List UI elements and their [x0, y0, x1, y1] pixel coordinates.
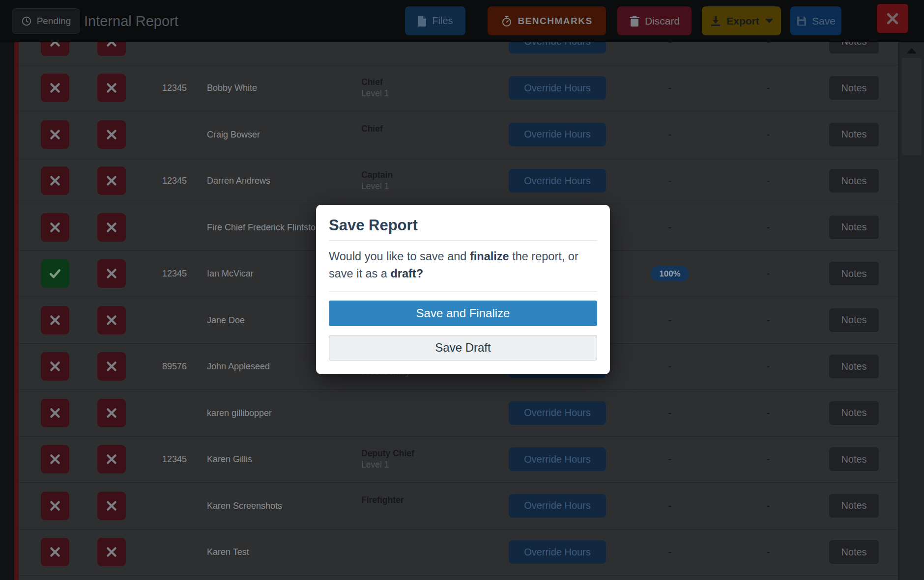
save-draft-button[interactable]: Save Draft: [329, 335, 597, 360]
notes-button[interactable]: Notes: [829, 494, 879, 518]
notes-button[interactable]: Notes: [829, 401, 879, 425]
empty-value-cell: -: [749, 269, 788, 279]
reject-button[interactable]: [97, 399, 126, 427]
x-icon: [49, 499, 61, 512]
table-row: Craig Bowser Chief Override Hours - - No…: [19, 111, 898, 158]
empty-value-dash: -: [668, 500, 671, 511]
employee-name: Karen Test: [207, 547, 249, 557]
reject-button[interactable]: [97, 538, 126, 566]
approve-button[interactable]: [41, 166, 69, 195]
employee-name: Ian McVicar: [207, 269, 254, 279]
table-row: Karen Test Override Hours - - Notes: [19, 529, 898, 576]
close-icon: [885, 11, 900, 26]
files-button[interactable]: Files: [405, 6, 465, 35]
notes-button[interactable]: Notes: [829, 308, 879, 332]
employee-rank: Captain Level 1: [361, 169, 393, 192]
override-hours-button[interactable]: Override Hours: [509, 169, 606, 193]
override-hours-button[interactable]: Override Hours: [509, 401, 606, 425]
x-icon: [49, 360, 61, 373]
rank-title: Chief: [361, 77, 389, 88]
approve-button[interactable]: [41, 352, 69, 381]
save-button[interactable]: Save: [790, 6, 841, 35]
approve-button[interactable]: [41, 306, 69, 334]
scrollbar-thumb[interactable]: [902, 58, 922, 155]
scrollbar[interactable]: [898, 42, 924, 580]
notes-button[interactable]: Notes: [829, 123, 879, 146]
discard-button[interactable]: Discard: [617, 6, 692, 35]
rank-level: [361, 506, 404, 517]
override-hours-button[interactable]: Override Hours: [509, 76, 606, 100]
empty-value-dash: -: [767, 129, 770, 139]
progress-cell: -: [645, 176, 694, 186]
export-button-label: Export: [726, 15, 759, 27]
benchmarks-button[interactable]: BENCHMARKS: [488, 6, 606, 35]
approve-button[interactable]: [41, 74, 69, 102]
stopwatch-icon: [501, 15, 513, 27]
reject-button[interactable]: [97, 166, 126, 195]
approve-button[interactable]: [41, 213, 69, 242]
close-button[interactable]: [877, 4, 908, 33]
override-hours-button[interactable]: Override Hours: [509, 494, 606, 518]
modal-divider: [329, 240, 597, 241]
x-icon: [49, 82, 61, 94]
scroll-up-button[interactable]: [899, 44, 924, 57]
override-hours-button[interactable]: Override Hours: [509, 123, 606, 146]
approve-button[interactable]: [41, 492, 69, 520]
approve-button[interactable]: [41, 259, 69, 288]
approve-button[interactable]: [41, 445, 69, 473]
save-button-label: Save: [812, 15, 836, 27]
export-button[interactable]: Export: [702, 6, 781, 35]
progress-cell: -: [645, 361, 694, 372]
approve-button[interactable]: [41, 538, 69, 566]
files-button-label: Files: [432, 15, 453, 27]
employee-name: Karen Gillis: [207, 454, 252, 465]
save-finalize-button[interactable]: Save and Finalize: [329, 301, 597, 326]
employee-name: Fire Chief Frederick Flintsto: [207, 222, 316, 232]
reject-button[interactable]: [97, 306, 126, 334]
x-icon: [105, 221, 118, 234]
modal-title: Save Report: [329, 217, 597, 234]
x-icon: [49, 314, 61, 327]
reject-button[interactable]: [97, 120, 126, 149]
x-icon: [105, 128, 118, 141]
modal: Save Report Would you like to save and f…: [316, 205, 610, 374]
notes-button[interactable]: Notes: [829, 540, 879, 564]
reject-button[interactable]: [97, 213, 126, 242]
modal-divider: [329, 291, 597, 292]
empty-value-cell: -: [749, 408, 788, 418]
employee-name: Darren Andrews: [207, 176, 270, 186]
empty-value-dash: -: [767, 454, 770, 464]
empty-value-cell: -: [749, 454, 788, 465]
rank-level: Level 1: [361, 88, 389, 99]
reject-button[interactable]: [97, 74, 126, 102]
notes-button[interactable]: Notes: [829, 169, 879, 193]
reject-button[interactable]: [97, 259, 126, 288]
notes-button[interactable]: Notes: [829, 355, 879, 378]
override-hours-button[interactable]: Override Hours: [509, 540, 606, 564]
employee-name: Craig Bowser: [207, 129, 260, 139]
x-icon: [49, 174, 61, 187]
progress-cell: -: [645, 83, 694, 93]
modal-body-bold-finalize: finalize: [470, 250, 509, 263]
employee-id: 12345: [132, 454, 187, 465]
notes-button[interactable]: Notes: [829, 262, 879, 285]
table-row: 12345 Darren Andrews Captain Level 1 Ove…: [19, 158, 898, 205]
reject-button[interactable]: [97, 445, 126, 473]
rank-level: [361, 135, 383, 146]
reject-button[interactable]: [97, 352, 126, 381]
notes-button[interactable]: Notes: [829, 447, 879, 471]
reject-button[interactable]: [97, 492, 126, 520]
progress-cell: -: [645, 222, 694, 232]
header: Pending Internal Report Files BENCHMARKS…: [0, 0, 924, 42]
notes-button[interactable]: Notes: [829, 76, 879, 100]
approve-button[interactable]: [41, 120, 69, 149]
employee-id: 12345: [132, 269, 187, 279]
empty-value-dash: -: [668, 408, 671, 418]
employee-id: 89576: [132, 361, 187, 372]
notes-button[interactable]: Notes: [829, 216, 879, 239]
approve-button[interactable]: [41, 399, 69, 427]
override-hours-button[interactable]: Override Hours: [509, 447, 606, 471]
empty-value-dash: -: [668, 222, 671, 232]
employee-rank: Chief Level 1: [361, 77, 389, 99]
progress-cell: -: [645, 408, 694, 418]
